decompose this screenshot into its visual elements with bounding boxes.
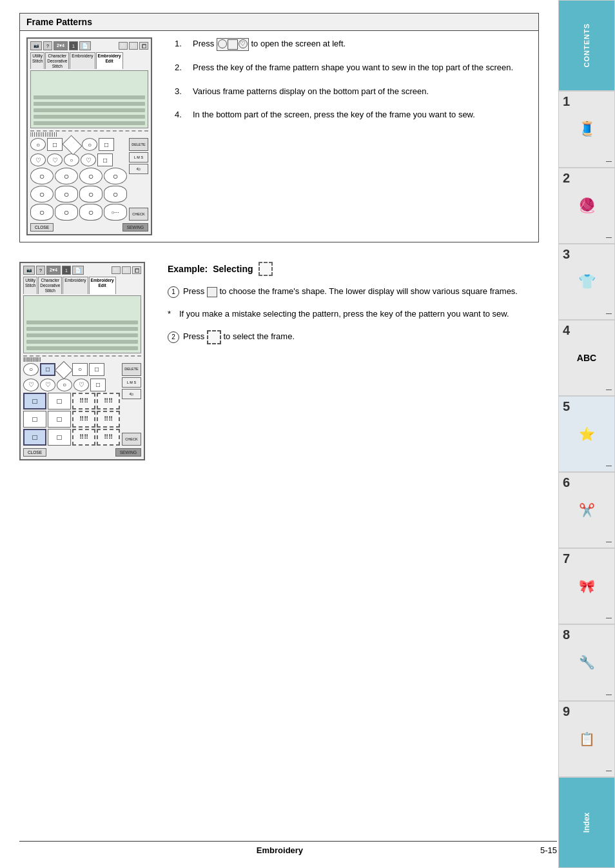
example-header: Example: Selecting	[168, 262, 539, 276]
m2-btn-heart[interactable]: ♡	[23, 379, 39, 391]
large-btn-circle1[interactable]: ○	[30, 168, 54, 184]
sidebar-tab-1[interactable]: 1 🧵 —	[558, 91, 615, 167]
m2-large-sq-dotted-1[interactable]: ⠿⠿	[72, 393, 95, 409]
m2-side-buttons: DELETE L M S 4|↕ CHECK	[122, 363, 141, 446]
note-star: *	[168, 308, 175, 321]
machine-controls: ○ □ ○ □ ♡ ♡ ○ ♡	[30, 138, 148, 221]
step-2-dotted-square-icon	[207, 330, 221, 344]
large-btn-circle3[interactable]: ○	[79, 168, 102, 184]
machine-top-icon-1: ⬜	[119, 42, 128, 50]
m2-line-1	[26, 321, 138, 324]
tab-4-dash: —	[606, 386, 612, 393]
m2-large-sq-1[interactable]: □	[23, 393, 46, 409]
btn-heart2[interactable]: ♡	[81, 153, 96, 166]
machine-btn-row-1: ○ □ ○ □	[30, 138, 128, 152]
sidebar-tab-contents[interactable]: CONTENTS	[558, 0, 615, 91]
m2-tab-utility: UtilityStitch	[23, 277, 37, 293]
m2-btn-heart3[interactable]: ♡	[73, 379, 89, 391]
large-btn-circle4[interactable]: ○	[104, 168, 127, 184]
contents-label: CONTENTS	[583, 23, 591, 68]
m2-large-sq-dotted-2[interactable]: ⠿⠿	[97, 393, 120, 409]
btn-heart[interactable]: ♡	[47, 153, 63, 166]
tab-8-number: 8	[563, 627, 570, 642]
m2-line-3	[26, 333, 138, 337]
machine-icon-camera: 📷	[30, 41, 42, 50]
m2-large-sq-sel[interactable]: □	[23, 429, 46, 446]
m2-large-sq-dotted-4[interactable]: ⠿⠿	[97, 411, 120, 428]
btn-circle2[interactable]: ♡	[30, 153, 46, 166]
large-btn-oval1[interactable]: ○	[55, 186, 78, 202]
m2-large-sq-dotted-6[interactable]: ⠿⠿	[97, 429, 120, 446]
sidebar-tab-3[interactable]: 3 👕 —	[558, 244, 615, 320]
sidebar-tab-8[interactable]: 8 🔧 —	[558, 624, 615, 700]
large-btn-circle5[interactable]: ○	[30, 186, 54, 202]
selecting-label: Selecting	[213, 264, 253, 274]
m2-large-sq-3[interactable]: □	[23, 411, 46, 428]
btn-diamond[interactable]	[62, 135, 82, 155]
large-btn-oval7[interactable]: ○⋯	[104, 204, 127, 221]
m2-large-sq-2[interactable]: □	[48, 393, 71, 409]
instruction-3: 3. Various frame patterns display on the…	[175, 85, 532, 99]
m2-btn-row-2: ♡ ♡ ○ ♡ □	[23, 379, 121, 391]
m2-btn-delete[interactable]: DELETE	[122, 363, 141, 376]
example-label: Example:	[168, 264, 208, 274]
btn-sewing-1[interactable]: SEWING	[122, 223, 148, 232]
m2-btn-rect[interactable]: □	[89, 363, 104, 376]
m2-tab-character: CharacterDecorativeStitch	[38, 277, 62, 293]
machine-buttons-main: ○ □ ○ □ ♡ ♡ ○ ♡	[30, 138, 128, 221]
btn-lms[interactable]: L M S	[129, 152, 148, 163]
m2-btn-lms[interactable]: L M S	[122, 377, 141, 388]
m2-large-row-3: □ □ ⠿⠿ ⠿⠿	[23, 429, 121, 446]
large-btn-oval3[interactable]: ○	[104, 186, 127, 202]
btn-square[interactable]: □	[47, 138, 63, 151]
step-1-square-icon	[207, 287, 217, 297]
sidebar-tab-index[interactable]: Index	[558, 777, 615, 868]
m2-large-sq-dotted-3[interactable]: ⠿⠿	[72, 411, 95, 428]
sidebar-tab-5[interactable]: 5 ⭐ —	[558, 396, 615, 472]
m2-btn-4arrows[interactable]: 4|↕	[122, 389, 141, 399]
large-btn-oval6[interactable]: ○	[79, 204, 102, 221]
btn-circle[interactable]: ○	[30, 138, 46, 151]
large-btn-oval2[interactable]: ○	[79, 186, 102, 202]
large-btn-oval4[interactable]: ○	[30, 204, 54, 221]
large-btn-circle2[interactable]: ○	[55, 168, 78, 184]
btn-sewing-2[interactable]: SEWING	[115, 448, 141, 457]
tab-6-icon: ✂️	[579, 502, 595, 518]
display-line-1	[34, 95, 145, 99]
btn-delete[interactable]: DELETE	[129, 138, 148, 151]
m2-large-sq-dotted-5[interactable]: ⠿⠿	[72, 429, 95, 446]
instruction-1: 1. Press ♡ to open the screen at left.	[175, 37, 532, 51]
tab-embroidery: Embroidery	[70, 52, 95, 69]
m2-icon-1: 1	[62, 266, 71, 275]
m2-btn-rect2[interactable]: □	[90, 379, 106, 391]
m2-btn-check[interactable]: CHECK	[122, 433, 141, 446]
m2-large-sq-4[interactable]: □	[48, 411, 71, 428]
sidebar-tab-4[interactable]: 4 ABC —	[558, 320, 615, 396]
sidebar-tab-2[interactable]: 2 🧶 —	[558, 168, 615, 244]
m2-icon-help: ?	[36, 266, 45, 275]
m2-btn-square-selected[interactable]: □	[40, 363, 55, 376]
m2-btn-heart2[interactable]: ♡	[40, 379, 55, 391]
instructions-panel: 1. Press ♡ to open the screen at left. 2…	[162, 37, 532, 235]
machine-top-icon-3: 🔲	[139, 42, 148, 50]
btn-circle3[interactable]: ○	[64, 153, 79, 166]
m2-btn-circle[interactable]: ○	[23, 363, 39, 376]
large-btn-oval5[interactable]: ○	[55, 204, 78, 221]
btn-close-2[interactable]: CLOSE	[23, 448, 46, 457]
btn-oval[interactable]: ○	[82, 138, 97, 151]
m2-large-sq-5[interactable]: □	[48, 429, 71, 446]
sidebar-tab-7[interactable]: 7 🎀 —	[558, 548, 615, 624]
m2-bottom-bar: CLOSE SEWING	[23, 448, 141, 457]
sidebar-tab-9[interactable]: 9 📋 —	[558, 701, 615, 777]
sidebar-tab-6[interactable]: 6 ✂️ —	[558, 472, 615, 548]
btn-close-1[interactable]: CLOSE	[30, 223, 54, 232]
m2-btn-oval[interactable]: ○	[72, 363, 88, 376]
right-sidebar: CONTENTS 1 🧵 — 2 🧶 — 3 👕 — 4 ABC — 5 ⭐ —…	[558, 0, 615, 868]
btn-4-arrows[interactable]: 4|↕	[129, 164, 148, 174]
btn-rect2[interactable]: □	[97, 153, 113, 166]
btn-rect[interactable]: □	[99, 138, 114, 151]
m2-btn-diamond[interactable]	[55, 361, 73, 379]
btn-check[interactable]: CHECK	[129, 208, 148, 221]
example-dotted-square-icon	[259, 262, 273, 276]
m2-btn-circle2[interactable]: ○	[57, 379, 72, 391]
